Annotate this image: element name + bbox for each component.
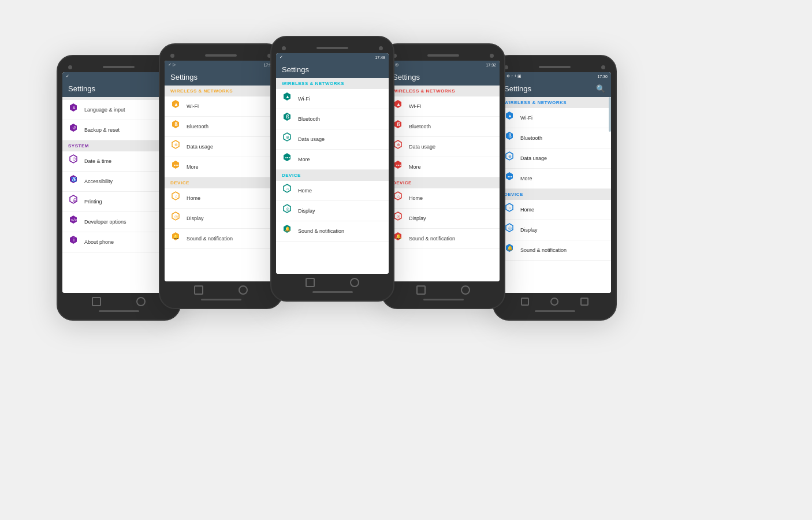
settings-item-more[interactable]: •••More bbox=[276, 150, 389, 170]
phone-sensor bbox=[379, 46, 383, 50]
nav-back[interactable] bbox=[416, 285, 426, 295]
svg-text:◎: ◎ bbox=[508, 226, 512, 230]
settings-item-data[interactable]: ⊕Data usage bbox=[387, 137, 500, 157]
settings-item-wifi[interactable]: ▲Wi-Fi bbox=[276, 89, 389, 109]
svg-text:🔔: 🔔 bbox=[285, 226, 290, 232]
settings-item-display[interactable]: ◎Display bbox=[276, 201, 389, 221]
settings-item-sound[interactable]: 🔔Sound & notification bbox=[387, 229, 500, 249]
item-label: Sound & notification bbox=[187, 236, 233, 242]
icon-sound: 🔔 bbox=[170, 232, 182, 246]
settings-item-accessibility[interactable]: ♿Accessibility bbox=[62, 172, 175, 192]
nav-home[interactable] bbox=[239, 285, 248, 295]
icon-more: ••• bbox=[282, 153, 293, 166]
section-header: DEVICE bbox=[276, 170, 389, 181]
icon-display: ◎ bbox=[170, 211, 182, 225]
svg-text:♿: ♿ bbox=[71, 176, 77, 182]
settings-item-bluetooth[interactable]: ßBluetooth bbox=[276, 109, 389, 129]
settings-item-sound[interactable]: 🔔Sound & notification bbox=[498, 240, 611, 261]
settings-item-bluetooth[interactable]: ßBluetooth bbox=[165, 117, 277, 137]
svg-text:◎: ◎ bbox=[397, 214, 400, 218]
settings-item-display[interactable]: ◎Display bbox=[165, 209, 277, 229]
settings-item-home[interactable]: ⌂Home bbox=[276, 181, 389, 201]
svg-text:⊕: ⊕ bbox=[174, 143, 178, 147]
item-label: About phone bbox=[84, 239, 114, 245]
svg-text:ß: ß bbox=[286, 114, 289, 120]
settings-item-more[interactable]: •••More bbox=[498, 169, 611, 189]
phone-phone3: ✓ 17:48 SettingsWIRELESS & NETWORKS▲Wi-F… bbox=[270, 36, 394, 302]
section-header: DEVICE bbox=[387, 177, 500, 188]
nav-home[interactable] bbox=[461, 285, 470, 295]
settings-item-display[interactable]: ◎Display bbox=[387, 209, 500, 229]
icon-datetime: ⏱ bbox=[68, 154, 80, 168]
phone-phone2: ✓ ▷ 17:58 SettingsWIRELESS & NETWORKS▲Wi… bbox=[159, 43, 283, 309]
svg-text:•••: ••• bbox=[285, 155, 290, 160]
icon-sound: 🔔 bbox=[282, 224, 293, 238]
settings-item-datetime[interactable]: ⏱Date & time bbox=[62, 151, 175, 172]
item-label: Date & time bbox=[84, 158, 111, 164]
settings-item-home[interactable]: ⌂Home bbox=[165, 188, 277, 209]
settings-item-sound[interactable]: 🔔Sound & notification bbox=[276, 221, 389, 242]
item-label: Wi-Fi bbox=[298, 96, 310, 102]
phones-scene: ✓ 17:51 SettingsALanguage & input↺Backup… bbox=[31, 23, 781, 497]
item-label: Wi-Fi bbox=[520, 115, 532, 121]
svg-text:ß: ß bbox=[508, 133, 512, 139]
icon-accessibility: ♿ bbox=[68, 174, 80, 188]
settings-item-about[interactable]: iAbout phone bbox=[62, 232, 175, 252]
settings-item-home[interactable]: ⌂Home bbox=[387, 188, 500, 209]
phone-speaker bbox=[427, 54, 459, 57]
settings-item-language[interactable]: ALanguage & input bbox=[62, 100, 175, 120]
icon-display: ◎ bbox=[504, 223, 516, 237]
section-header: WIRELESS & NETWORKS bbox=[498, 97, 611, 108]
icon-printing: 🖨 bbox=[68, 195, 80, 209]
settings-item-wifi[interactable]: ▲Wi-Fi bbox=[387, 96, 500, 117]
settings-item-more[interactable]: •••More bbox=[387, 157, 500, 177]
item-label: More bbox=[298, 157, 310, 162]
item-label: Data usage bbox=[409, 144, 435, 150]
nav-home[interactable] bbox=[350, 278, 359, 287]
phone-bottom-bar bbox=[312, 291, 353, 293]
settings-item-home[interactable]: ⌂Home bbox=[498, 200, 611, 220]
settings-item-wifi[interactable]: ▲Wi-Fi bbox=[498, 108, 611, 128]
phone-bottom-bar bbox=[535, 310, 575, 312]
settings-item-more[interactable]: •••More bbox=[165, 157, 277, 177]
settings-item-wifi[interactable]: ▲Wi-Fi bbox=[165, 96, 277, 117]
svg-text:🔔: 🔔 bbox=[396, 233, 401, 239]
svg-text:↺: ↺ bbox=[72, 125, 76, 131]
nav-back[interactable] bbox=[92, 297, 101, 306]
phone-speaker bbox=[205, 54, 237, 57]
svg-text:ß: ß bbox=[397, 121, 400, 127]
screen-phone5: ⊖ ❄ ↑ + ▣ 17:30 Settings🔍WIRELESS & NETW… bbox=[498, 72, 611, 293]
icon-home: ⌂ bbox=[170, 191, 182, 205]
icon-home: ⌂ bbox=[393, 191, 404, 205]
svg-text:◎: ◎ bbox=[286, 207, 289, 211]
item-label: Home bbox=[187, 195, 200, 201]
settings-item-data[interactable]: ⊕Data usage bbox=[165, 137, 277, 157]
icon-about: i bbox=[68, 235, 80, 249]
nav-apps[interactable] bbox=[580, 298, 588, 306]
icon-language: A bbox=[68, 103, 80, 117]
settings-item-sound[interactable]: 🔔Sound & notification bbox=[165, 229, 277, 249]
section-header: WIRELESS & NETWORKS bbox=[165, 86, 277, 96]
nav-back[interactable] bbox=[194, 285, 203, 295]
nav-home[interactable] bbox=[136, 297, 146, 306]
settings-item-bluetooth[interactable]: ßBluetooth bbox=[498, 128, 611, 148]
settings-item-developer[interactable]: </>Developer options bbox=[62, 212, 175, 232]
settings-item-backup[interactable]: ↺Backup & reset bbox=[62, 120, 175, 140]
settings-item-data[interactable]: ⊕Data usage bbox=[276, 129, 389, 150]
nav-home[interactable] bbox=[550, 298, 558, 306]
svg-text:A: A bbox=[73, 106, 76, 110]
item-label: Home bbox=[298, 188, 312, 194]
svg-text:•••: ••• bbox=[508, 174, 513, 179]
nav-back[interactable] bbox=[521, 298, 529, 306]
nav-back[interactable] bbox=[306, 278, 315, 287]
item-label: Display bbox=[520, 227, 538, 233]
settings-item-printing[interactable]: 🖨Printing bbox=[62, 192, 175, 212]
settings-item-data[interactable]: ⊕Data usage bbox=[498, 148, 611, 169]
item-label: Bluetooth bbox=[520, 135, 542, 141]
settings-item-bluetooth[interactable]: ßBluetooth bbox=[387, 117, 500, 137]
search-icon[interactable]: 🔍 bbox=[596, 84, 605, 93]
icon-bluetooth: ß bbox=[170, 120, 182, 133]
scrollbar[interactable] bbox=[609, 97, 611, 132]
item-label: Developer options bbox=[84, 219, 126, 225]
settings-item-display[interactable]: ◎Display bbox=[498, 220, 611, 240]
